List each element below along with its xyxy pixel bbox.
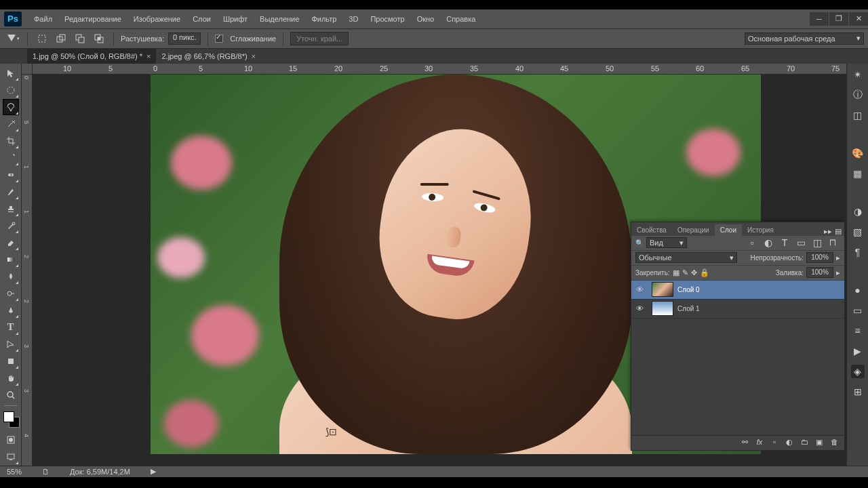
dodge-tool[interactable] xyxy=(3,285,19,302)
history-brush-tool[interactable] xyxy=(3,218,19,234)
ruler-vertical[interactable]: 0 5 1 1 2 2 3 3 4 xyxy=(22,75,33,466)
wand-tool[interactable] xyxy=(3,116,19,132)
intersect-selection-icon[interactable] xyxy=(92,31,106,46)
gradient-tool[interactable] xyxy=(3,251,19,268)
dock-brush-icon[interactable]: ● xyxy=(851,283,865,297)
lock-paint-icon[interactable]: ✎ xyxy=(682,268,688,277)
doc-tab-2[interactable]: 2.jpeg @ 66,7% (RGB/8*) × xyxy=(156,49,261,64)
fill-input[interactable]: 100% xyxy=(806,267,833,278)
dock-adjustments-icon[interactable]: ◑ xyxy=(851,205,865,218)
delete-layer-icon[interactable]: 🗑 xyxy=(829,438,839,447)
screenmode-tool[interactable] xyxy=(3,449,19,465)
adjustment-layer-icon[interactable]: ◐ xyxy=(785,438,794,447)
layer-thumbnail[interactable] xyxy=(652,301,673,316)
menu-type[interactable]: Шрифт xyxy=(218,12,253,26)
doc-tab-1-close-icon[interactable]: × xyxy=(146,52,151,60)
refine-edge-button[interactable]: Уточн. край... xyxy=(290,32,349,45)
foreground-color[interactable] xyxy=(3,411,14,422)
fill-flyout-icon[interactable]: ▸ xyxy=(836,268,840,277)
dock-channels-icon[interactable]: ⊞ xyxy=(851,385,865,399)
color-swatches[interactable] xyxy=(2,410,20,428)
move-tool[interactable] xyxy=(3,65,19,81)
menu-help[interactable]: Справка xyxy=(441,12,481,26)
tab-layers[interactable]: Слои xyxy=(715,224,742,236)
doc-tab-2-close-icon[interactable]: × xyxy=(252,52,256,60)
blend-mode-dropdown[interactable]: Обычные▾ xyxy=(635,252,737,263)
zoom-tool[interactable] xyxy=(3,387,19,403)
dock-styles-icon[interactable]: ▧ xyxy=(851,225,865,239)
dock-layers-icon[interactable]: ◈ xyxy=(851,365,865,378)
pen-tool[interactable] xyxy=(3,302,19,319)
layer-name[interactable]: Слой 0 xyxy=(677,286,700,293)
layer-row-0[interactable]: 👁 Слой 0 xyxy=(631,281,844,300)
layer-fx-icon[interactable]: fx xyxy=(755,438,764,447)
eraser-tool[interactable] xyxy=(3,235,19,251)
status-flyout-icon[interactable]: ▶ xyxy=(151,467,156,476)
status-doc-icon[interactable]: 🗋 xyxy=(42,468,50,476)
menu-window[interactable]: Окно xyxy=(412,12,440,26)
new-layer-icon[interactable]: ▣ xyxy=(814,438,824,447)
dock-clone-icon[interactable]: ▭ xyxy=(851,304,865,317)
quickmask-tool[interactable] xyxy=(3,432,19,448)
filter-smart-icon[interactable]: ◫ xyxy=(810,236,824,249)
dock-play-icon[interactable]: ▶ xyxy=(851,344,865,358)
dock-character-icon[interactable]: ¶ xyxy=(851,245,865,259)
crop-tool[interactable] xyxy=(3,133,19,149)
layer-filter-dropdown[interactable]: Вид▾ xyxy=(646,237,687,248)
dock-info-icon[interactable]: ⓘ xyxy=(851,88,865,102)
layer-row-1[interactable]: 👁 Слой 1 xyxy=(631,300,844,319)
minimize-button[interactable]: ─ xyxy=(810,12,829,26)
workspace-dropdown[interactable]: Основная рабочая среда▾ xyxy=(745,33,864,45)
type-tool[interactable]: T xyxy=(3,319,19,336)
zoom-level[interactable]: 55% xyxy=(7,468,22,476)
layer-group-icon[interactable]: 🗀 xyxy=(800,438,809,447)
subtract-selection-icon[interactable] xyxy=(73,31,87,46)
filter-image-icon[interactable]: ▫ xyxy=(745,236,759,249)
antialias-checkbox[interactable] xyxy=(215,35,223,43)
link-layers-icon[interactable]: ⚯ xyxy=(740,438,749,447)
menu-file[interactable]: Файл xyxy=(28,12,58,26)
dock-color-icon[interactable]: 🎨 xyxy=(851,146,865,160)
tab-properties[interactable]: Свойства xyxy=(631,224,672,236)
layer-name[interactable]: Слой 1 xyxy=(677,305,700,312)
filter-adjust-icon[interactable]: ◐ xyxy=(762,236,775,249)
close-button[interactable]: ✕ xyxy=(849,12,868,26)
menu-layer[interactable]: Слои xyxy=(187,12,216,26)
filter-type-icon[interactable]: T xyxy=(778,236,791,249)
panel-collapse-icon[interactable]: ▸▸ xyxy=(824,227,832,236)
path-tool[interactable] xyxy=(3,336,19,352)
dock-paragraph-icon[interactable]: ≡ xyxy=(851,324,865,338)
filter-shape-icon[interactable]: ▭ xyxy=(794,236,808,249)
heal-tool[interactable] xyxy=(3,167,19,183)
layer-visibility-icon[interactable]: 👁 xyxy=(631,285,648,293)
opacity-input[interactable]: 100% xyxy=(806,252,833,263)
layer-visibility-icon[interactable]: 👁 xyxy=(631,304,648,312)
lock-pixels-icon[interactable]: ▦ xyxy=(673,268,679,277)
lasso-tool[interactable] xyxy=(3,99,19,115)
menu-image[interactable]: Изображение xyxy=(128,12,186,26)
tab-history[interactable]: История xyxy=(742,224,779,236)
dock-swatches-icon[interactable]: ▦ xyxy=(851,167,865,180)
layer-thumbnail[interactable] xyxy=(652,282,673,297)
filter-toggle[interactable]: ⊏ xyxy=(827,236,840,249)
ruler-horizontal[interactable]: 10 5 0 5 10 15 20 25 30 35 40 45 50 55 6… xyxy=(33,64,846,75)
tool-preset-icon[interactable]: ▾ xyxy=(5,31,20,46)
lock-position-icon[interactable]: ✥ xyxy=(691,268,697,277)
shape-tool[interactable] xyxy=(3,353,19,369)
lock-all-icon[interactable]: 🔒 xyxy=(700,268,709,277)
layer-mask-icon[interactable]: ▫ xyxy=(770,438,779,447)
menu-3d[interactable]: 3D xyxy=(343,12,363,26)
opacity-flyout-icon[interactable]: ▸ xyxy=(836,253,840,262)
menu-filter[interactable]: Фильтр xyxy=(306,12,342,26)
new-selection-icon[interactable] xyxy=(35,31,50,46)
brush-tool[interactable] xyxy=(3,184,19,200)
menu-select[interactable]: Выделение xyxy=(254,12,304,26)
dock-navigator-icon[interactable]: ◫ xyxy=(851,108,865,122)
panel-menu-icon[interactable]: ▤ xyxy=(835,227,842,236)
tab-actions[interactable]: Операции xyxy=(672,224,715,236)
feather-input[interactable]: 0 пикс. xyxy=(168,33,201,45)
add-selection-icon[interactable] xyxy=(54,31,68,46)
stamp-tool[interactable] xyxy=(3,201,19,217)
eyedropper-tool[interactable] xyxy=(3,150,19,166)
hand-tool[interactable] xyxy=(3,370,19,386)
